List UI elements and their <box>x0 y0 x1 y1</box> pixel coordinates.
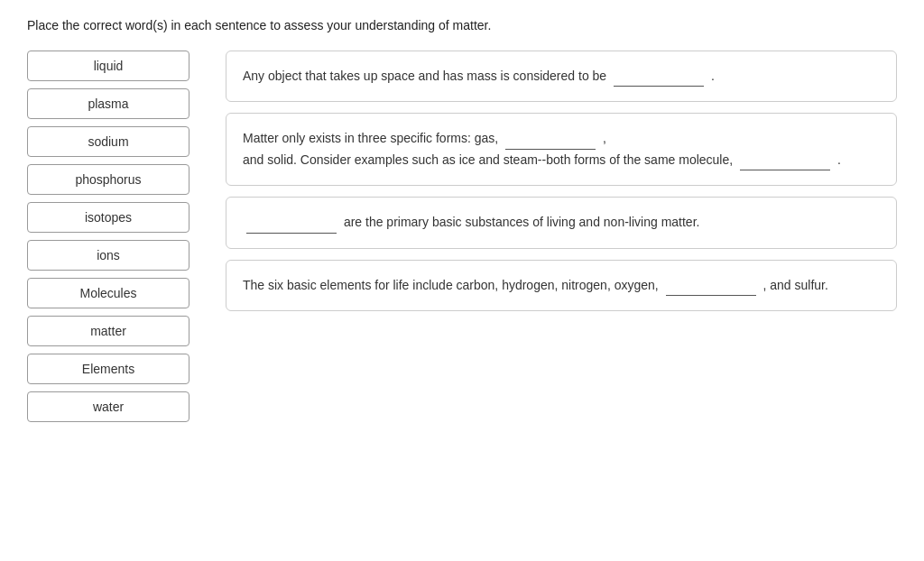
sentence-4: The six basic elements for life include … <box>226 260 897 311</box>
word-item-sodium[interactable]: sodium <box>27 126 189 157</box>
word-bank: liquidplasmasodiumphosphorusisotopesions… <box>27 51 189 422</box>
blank-2b[interactable] <box>740 150 830 170</box>
word-item-plasma[interactable]: plasma <box>27 88 189 119</box>
sentences-area: Any object that takes up space and has m… <box>226 51 897 311</box>
word-item-elements[interactable]: Elements <box>27 354 189 384</box>
instructions-text: Place the correct word(s) in each senten… <box>27 18 897 32</box>
word-item-isotopes[interactable]: isotopes <box>27 202 189 233</box>
blank-4[interactable] <box>666 275 756 296</box>
word-item-ions[interactable]: ions <box>27 240 189 271</box>
blank-3[interactable] <box>246 212 337 233</box>
word-item-phosphorus[interactable]: phosphorus <box>27 164 189 195</box>
main-layout: liquidplasmasodiumphosphorusisotopesions… <box>27 51 897 422</box>
blank-2a[interactable] <box>505 128 596 149</box>
blank-1[interactable] <box>614 66 704 87</box>
word-item-liquid[interactable]: liquid <box>27 51 189 81</box>
sentence-3: are the primary basic substances of livi… <box>226 197 897 248</box>
sentence-2: Matter only exists in three specific for… <box>226 113 897 186</box>
word-item-molecules[interactable]: Molecules <box>27 278 189 308</box>
sentence-1: Any object that takes up space and has m… <box>226 51 897 102</box>
word-item-water[interactable]: water <box>27 391 189 422</box>
word-item-matter[interactable]: matter <box>27 316 189 346</box>
